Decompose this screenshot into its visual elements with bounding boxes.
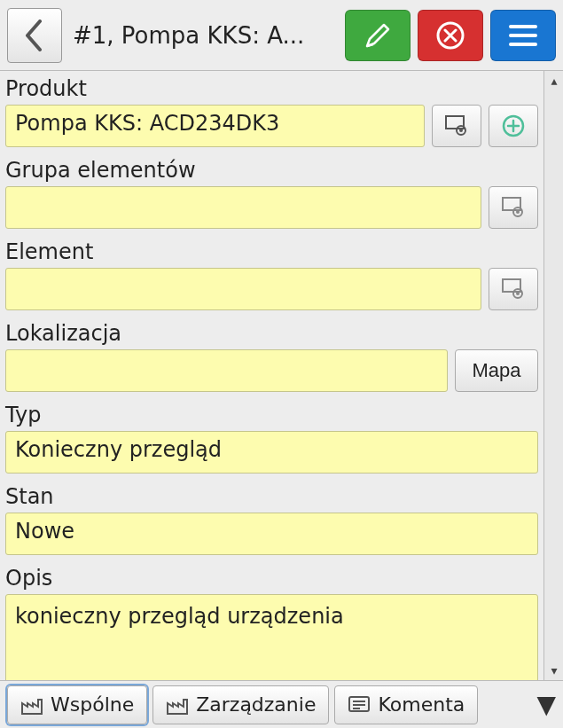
hamburger-icon — [508, 23, 538, 48]
form-scroll[interactable]: Produkt Pompa KKS: ACD234DK3 Grupa eleme… — [0, 71, 543, 680]
back-button[interactable] — [7, 8, 62, 63]
map-button[interactable]: Mapa — [455, 349, 538, 392]
tab-label: Zarządzanie — [196, 693, 316, 716]
tab-zarzadzanie[interactable]: Zarządzanie — [152, 685, 329, 724]
element-lookup-button[interactable] — [489, 268, 538, 310]
svg-point-10 — [516, 292, 520, 295]
scroll-up-icon[interactable]: ▴ — [544, 71, 563, 90]
tab-bar: Wspólne Zarządzanie Komenta ▼ — [0, 680, 563, 728]
factory-icon — [166, 694, 189, 716]
close-circle-icon — [434, 20, 466, 51]
tab-komentarze[interactable]: Komenta — [334, 685, 478, 724]
location-input[interactable] — [5, 349, 448, 392]
tabs-overflow-icon[interactable]: ▼ — [536, 690, 556, 719]
factory-icon — [20, 694, 43, 716]
lookup-icon — [443, 114, 470, 137]
svg-point-7 — [516, 210, 520, 214]
product-add-button[interactable] — [489, 105, 538, 147]
group-input[interactable] — [5, 186, 481, 229]
desc-input[interactable]: konieczny przegląd urządzenia — [5, 594, 538, 680]
element-label: Element — [0, 234, 543, 268]
comment-icon — [348, 694, 371, 716]
group-label: Grupa elementów — [0, 153, 543, 186]
group-lookup-button[interactable] — [489, 186, 538, 229]
tab-label: Komenta — [378, 693, 465, 716]
lookup-icon — [500, 278, 527, 301]
menu-button[interactable] — [490, 10, 556, 61]
page-title: #1, Pompa KKS: A... — [69, 22, 338, 49]
product-input[interactable]: Pompa KKS: ACD234DK3 — [5, 105, 425, 147]
desc-label: Opis — [0, 560, 543, 594]
tab-wspolne[interactable]: Wspólne — [7, 685, 147, 724]
top-bar: #1, Pompa KKS: A... — [0, 0, 563, 71]
tab-label: Wspólne — [51, 693, 134, 716]
state-label: Stan — [0, 479, 543, 513]
cancel-button[interactable] — [418, 10, 483, 61]
product-lookup-button[interactable] — [432, 105, 481, 147]
pencil-icon — [363, 20, 393, 51]
type-label: Typ — [0, 397, 543, 431]
vertical-scrollbar[interactable]: ▴ ▾ — [543, 71, 563, 680]
lookup-icon — [500, 196, 527, 219]
content-area: Produkt Pompa KKS: ACD234DK3 Grupa eleme… — [0, 71, 563, 680]
scroll-down-icon[interactable]: ▾ — [544, 661, 563, 680]
plus-circle-icon — [501, 114, 526, 138]
svg-point-3 — [459, 129, 463, 132]
location-label: Lokalizacja — [0, 316, 543, 349]
state-input[interactable]: Nowe — [5, 513, 538, 555]
product-label: Produkt — [0, 71, 543, 105]
edit-button[interactable] — [345, 10, 411, 61]
type-input[interactable]: Konieczny przegląd — [5, 431, 538, 474]
chevron-left-icon — [22, 20, 47, 51]
element-input[interactable] — [5, 268, 481, 310]
